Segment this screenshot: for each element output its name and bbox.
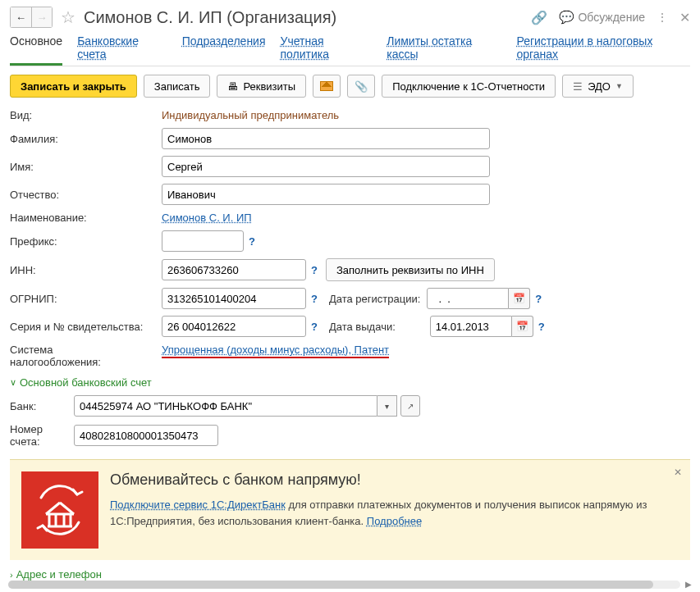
section-address-label: Адрес и телефон	[16, 568, 102, 581]
link-icon[interactable]: 🔗	[531, 10, 547, 25]
discuss-label: Обсуждение	[578, 11, 645, 24]
tax-label-2: налогообложения:	[10, 356, 101, 368]
type-label: Вид:	[10, 109, 162, 121]
patronymic-input[interactable]	[162, 184, 490, 205]
prefix-help[interactable]: ?	[249, 235, 255, 248]
banner-more-link[interactable]: Подробнее	[367, 515, 422, 527]
tab-bank-accounts[interactable]: Банковские счета	[77, 34, 167, 61]
attach-button[interactable]: 📎	[347, 75, 375, 98]
page-title: Симонов С. И. ИП (Организация)	[84, 8, 526, 27]
favorite-star-icon[interactable]: ☆	[61, 7, 75, 27]
ogrnip-help[interactable]: ?	[311, 293, 318, 305]
issue-date-input[interactable]	[430, 316, 512, 337]
issue-date-label: Дата выдачи:	[329, 321, 396, 333]
cert-help[interactable]: ?	[311, 321, 318, 333]
tax-system-link[interactable]: Упрощенная (доходы минус расходы), Патен…	[162, 344, 389, 358]
banner-title: Обменивайтесь с банком напрямую!	[110, 471, 679, 489]
mail-button[interactable]	[313, 75, 341, 98]
open-icon: ↗	[407, 402, 414, 411]
reg-date-picker[interactable]: 📅	[509, 288, 530, 309]
section-bank-label: Основной банковский счет	[20, 376, 152, 389]
fill-by-inn-button[interactable]: Заполнить реквизиты по ИНН	[326, 258, 495, 281]
tab-tax-reg[interactable]: Регистрации в налоговых органах	[516, 34, 690, 61]
chevron-down-icon: ▾	[385, 402, 389, 411]
tax-label-1: Система	[10, 344, 53, 356]
calendar-icon: 📅	[516, 321, 528, 332]
edo-icon: ☰	[573, 80, 583, 93]
reg-date-help[interactable]: ?	[535, 293, 542, 305]
type-value: Индивидуальный предприниматель	[162, 109, 339, 121]
reg-date-label: Дата регистрации:	[329, 293, 420, 305]
banner-close-icon[interactable]: ✕	[674, 467, 682, 478]
calendar-icon: 📅	[513, 293, 525, 304]
arrow-left-icon: ←	[16, 11, 26, 24]
cert-label: Серия и № свидетельства:	[10, 321, 162, 333]
account-input[interactable]	[74, 425, 218, 446]
display-label: Наименование:	[10, 212, 162, 224]
inn-label: ИНН:	[10, 264, 162, 276]
reg-date-input[interactable]	[427, 288, 509, 309]
bank-input[interactable]	[74, 395, 377, 417]
edo-label: ЭДО	[588, 80, 611, 93]
chevron-right-icon: ›	[10, 570, 13, 580]
issue-date-help[interactable]: ?	[538, 321, 545, 333]
direct-bank-banner: Обменивайтесь с банком напрямую! Подключ…	[10, 459, 690, 560]
bank-label: Банк:	[10, 400, 74, 412]
tab-cash-limits[interactable]: Лимиты остатка кассы	[387, 34, 501, 61]
save-close-button[interactable]: Записать и закрыть	[10, 75, 137, 98]
more-menu-icon[interactable]: ⋮	[657, 11, 668, 24]
tax-system-label: Система налогообложения:	[10, 344, 162, 368]
inn-help[interactable]: ?	[311, 264, 318, 276]
back-button[interactable]: ←	[10, 7, 31, 28]
discuss-button[interactable]: 💬 Обсуждение	[559, 10, 645, 25]
tabs-bar: Основное Банковские счета Подразделения …	[10, 34, 690, 66]
scrollbar-arrow-right-icon[interactable]: ▶	[685, 580, 692, 589]
clip-icon: 📎	[355, 80, 368, 93]
print-icon: 🖶	[227, 80, 238, 93]
surname-label: Фамилия:	[10, 133, 162, 145]
bank-dropdown[interactable]: ▾	[377, 395, 397, 417]
tab-divisions[interactable]: Подразделения	[182, 34, 266, 61]
arrow-right-icon: →	[37, 11, 48, 24]
chat-icon: 💬	[559, 10, 574, 25]
close-icon[interactable]: ✕	[679, 10, 690, 25]
chevron-down-icon: ∨	[10, 377, 16, 388]
edo-button[interactable]: ☰ ЭДО ▼	[562, 75, 634, 98]
bank-exchange-icon	[21, 471, 98, 549]
tab-account-policy[interactable]: Учетная политика	[281, 34, 373, 61]
ogrnip-label: ОГРНИП:	[10, 293, 162, 305]
bank-open-button[interactable]: ↗	[400, 395, 420, 417]
issue-date-picker[interactable]: 📅	[512, 316, 533, 337]
patronymic-label: Отчество:	[10, 189, 162, 201]
connect-1c-button[interactable]: Подключение к 1С-Отчетности	[382, 75, 556, 98]
scrollbar-thumb[interactable]	[8, 581, 653, 589]
mail-icon	[320, 81, 333, 91]
tab-main[interactable]: Основное	[10, 34, 62, 66]
account-label: Номер счета:	[10, 423, 74, 448]
surname-input[interactable]	[162, 128, 490, 149]
name-label: Имя:	[10, 161, 162, 173]
forward-button[interactable]: →	[31, 7, 53, 28]
section-address-toggle[interactable]: › Адрес и телефон	[10, 568, 690, 581]
horizontal-scrollbar[interactable]	[8, 581, 680, 589]
section-bank-toggle[interactable]: ∨ Основной банковский счет	[10, 376, 690, 389]
chevron-down-icon: ▼	[615, 82, 623, 90]
banner-connect-link[interactable]: Подключите сервис 1С:ДиректБанк	[110, 499, 286, 511]
details-label: Реквизиты	[243, 80, 295, 93]
inn-input[interactable]	[162, 259, 306, 280]
name-input[interactable]	[162, 156, 490, 177]
cert-input[interactable]	[162, 316, 306, 337]
prefix-input[interactable]	[162, 230, 244, 252]
details-button[interactable]: 🖶 Реквизиты	[217, 75, 306, 98]
prefix-label: Префикс:	[10, 235, 162, 248]
save-button[interactable]: Записать	[144, 75, 211, 98]
banner-text: Подключите сервис 1С:ДиректБанк для отпр…	[110, 497, 679, 529]
ogrnip-input[interactable]	[162, 288, 306, 309]
display-link[interactable]: Симонов С. И. ИП	[162, 212, 252, 224]
